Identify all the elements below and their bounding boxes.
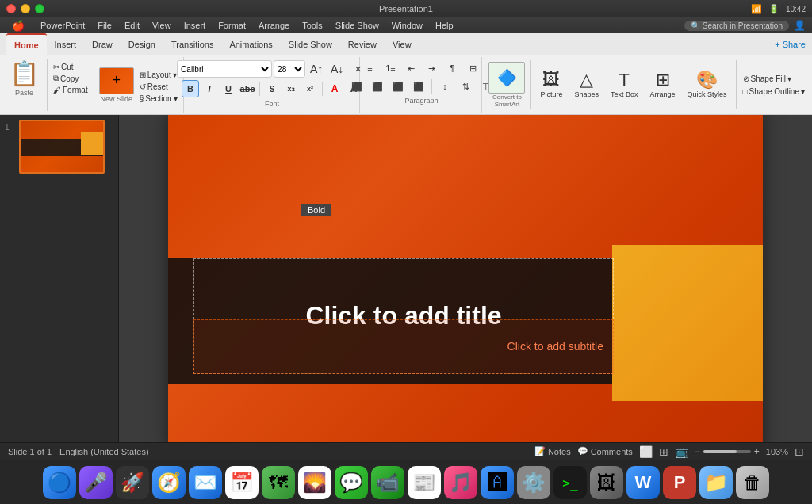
share-button[interactable]: + Share [775, 40, 806, 49]
tab-home[interactable]: Home [6, 33, 47, 55]
tab-slideshow[interactable]: Slide Show [281, 33, 340, 55]
new-slide-button[interactable]: + [99, 67, 134, 94]
slide-canvas[interactable]: Click to add title Click to add subtitle [168, 115, 763, 442]
increase-font-button[interactable]: A↑ [307, 61, 326, 77]
justify-button[interactable]: ⬛ [409, 78, 428, 94]
dock-word[interactable]: W [626, 466, 660, 499]
superscript-button[interactable]: x² [301, 80, 319, 97]
slide-thumbnail-1[interactable] [19, 120, 105, 174]
font-color-a[interactable]: A [326, 80, 343, 97]
view-normal-icon[interactable]: ⬜ [639, 445, 653, 458]
copy-button[interactable]: ⧉ Copy [51, 73, 90, 84]
menu-insert[interactable]: Insert [178, 20, 212, 31]
zoom-out-button[interactable]: − [695, 446, 700, 457]
underline-button[interactable]: U [220, 80, 237, 97]
rtl-button[interactable]: ¶ [443, 60, 462, 76]
dock-appstore[interactable]: 🅰 [481, 466, 514, 499]
tab-review[interactable]: Review [340, 33, 385, 55]
subscript-button[interactable]: x₂ [282, 80, 300, 97]
dock-sysprefs[interactable]: ⚙️ [517, 466, 550, 499]
dock-maps[interactable]: 🗺 [262, 466, 295, 499]
align-left-button[interactable]: ⬛ [347, 78, 366, 94]
close-button[interactable]: × [6, 4, 16, 13]
strikethrough-button[interactable]: abc [239, 80, 256, 97]
decrease-indent-button[interactable]: ⇤ [402, 60, 421, 76]
decrease-font-button[interactable]: A↓ [327, 61, 347, 77]
shape-fill-button[interactable]: ⊘ Shape Fill ▾ [741, 74, 807, 84]
zoom-level[interactable]: 103% [766, 447, 788, 456]
dock-photos2[interactable]: 🖼 [590, 466, 623, 499]
dock-facetime[interactable]: 📹 [371, 466, 404, 499]
text-direction-button[interactable]: ⇅ [456, 78, 475, 94]
notes-button[interactable]: 📝 Notes [534, 446, 571, 456]
dock-messages[interactable]: 💬 [335, 466, 368, 499]
search-box[interactable]: 🔍 Search in Presentation [684, 21, 789, 31]
dock-trash[interactable]: 🗑 [736, 466, 769, 499]
picture-button[interactable]: 🖼 Picture [535, 59, 567, 111]
italic-button[interactable]: I [201, 80, 218, 97]
layout-button[interactable]: ⊞ Layout ▾ [137, 70, 180, 80]
format-button[interactable]: 🖌 Format [51, 85, 90, 95]
view-reading-icon[interactable]: 📺 [675, 445, 688, 458]
tab-animations[interactable]: Animations [221, 33, 280, 55]
dock-siri[interactable]: 🎤 [79, 466, 113, 499]
view-grid-icon[interactable]: ⊞ [659, 445, 668, 458]
dock-photos[interactable]: 🌄 [298, 466, 331, 499]
window-controls[interactable]: × − + [6, 4, 44, 13]
dock-safari[interactable]: 🧭 [152, 466, 186, 499]
convert-smartart-button[interactable]: 🔷 [488, 62, 525, 94]
bold-button[interactable]: B [182, 80, 199, 97]
menu-window[interactable]: Window [386, 20, 428, 31]
fit-page-button[interactable]: ⊡ [795, 445, 804, 458]
dock-music[interactable]: 🎵 [444, 466, 477, 499]
shadow-button[interactable]: S [263, 80, 281, 97]
section-button[interactable]: § Section ▾ [137, 94, 180, 104]
tab-insert[interactable]: Insert [47, 33, 85, 55]
menu-view[interactable]: View [147, 20, 177, 31]
menu-format[interactable]: Format [213, 20, 251, 31]
dock-powerpoint[interactable]: P [663, 466, 696, 499]
menu-help[interactable]: Help [430, 20, 459, 31]
zoom-slider[interactable] [703, 450, 751, 453]
font-size-select[interactable]: 28122436 [274, 60, 305, 78]
align-center-button[interactable]: ⬛ [368, 78, 387, 94]
maximize-button[interactable]: + [35, 4, 44, 13]
dock-launchpad[interactable]: 🚀 [116, 466, 149, 499]
comments-button[interactable]: 💬 Comments [577, 446, 633, 456]
menu-tools[interactable]: Tools [297, 20, 328, 31]
dock-finder[interactable]: 🔵 [43, 466, 76, 499]
font-family-select[interactable]: CalibriArialTimes New Roman [177, 60, 272, 78]
slide-subtitle-box[interactable]: Click to add subtitle [193, 319, 614, 374]
shape-outline-button[interactable]: □ Shape Outline ▾ [741, 86, 807, 97]
menu-arrange[interactable]: Arrange [253, 20, 295, 31]
paste-button[interactable]: 📋 [5, 59, 44, 89]
minimize-button[interactable]: − [21, 4, 30, 13]
increase-indent-button[interactable]: ⇥ [423, 60, 442, 76]
shapes-button[interactable]: △ Shapes [569, 59, 603, 111]
dock-calendar[interactable]: 📅 [225, 466, 259, 499]
numbered-list-button[interactable]: 1≡ [381, 60, 400, 76]
dock-finder2[interactable]: 📁 [699, 466, 733, 499]
menu-file[interactable]: File [92, 20, 117, 31]
apple-menu[interactable]: 🍎 [6, 19, 30, 32]
textbox-button[interactable]: T Text Box [606, 59, 643, 111]
columns-button[interactable]: ⊞ [464, 60, 483, 76]
tab-view[interactable]: View [385, 33, 419, 55]
quick-styles-button[interactable]: 🎨 Quick Styles [683, 59, 732, 111]
dock-terminal[interactable]: >_ [553, 466, 587, 499]
cut-button[interactable]: ✂ Cut [51, 62, 90, 72]
line-spacing-button[interactable]: ↕ [435, 78, 454, 94]
bullets-button[interactable]: ≡ [361, 60, 380, 76]
tab-design[interactable]: Design [121, 33, 163, 55]
menu-slideshow[interactable]: Slide Show [330, 20, 385, 31]
menu-powerpoint[interactable]: PowerPoint [35, 20, 90, 31]
dock-news[interactable]: 📰 [408, 466, 441, 499]
reset-button[interactable]: ↺ Reset [137, 82, 180, 92]
tab-transitions[interactable]: Transitions [163, 33, 221, 55]
dock-mail[interactable]: ✉️ [189, 466, 222, 499]
arrange-button[interactable]: ⊞ Arrange [645, 59, 680, 111]
align-right-button[interactable]: ⬛ [389, 78, 408, 94]
zoom-in-button[interactable]: + [754, 446, 760, 457]
menu-edit[interactable]: Edit [119, 20, 145, 31]
tab-draw[interactable]: Draw [84, 33, 121, 55]
